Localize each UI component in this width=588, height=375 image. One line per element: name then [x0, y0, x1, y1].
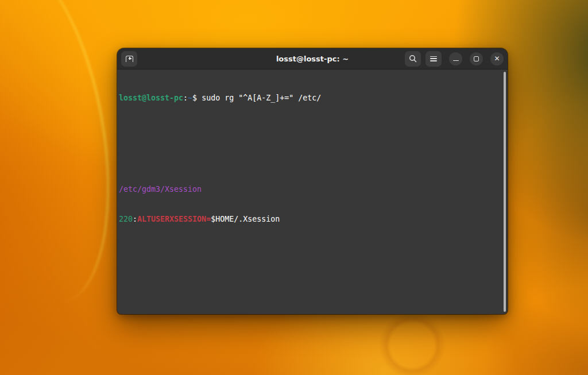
- terminal-scrollbar[interactable]: [504, 72, 506, 312]
- close-button[interactable]: ✕: [490, 52, 504, 65]
- terminal-window: losst@losst-pc: ~ ✕: [117, 48, 508, 314]
- terminal-content[interactable]: losst@losst-pc:~$ sudo rg "^A[A-Z_]+=" /…: [117, 69, 508, 314]
- prompt-line: losst@losst-pc:~$ sudo rg "^A[A-Z_]+=" /…: [119, 93, 500, 103]
- terminal-titlebar[interactable]: losst@losst-pc: ~ ✕: [117, 48, 508, 69]
- prompt-colon: :: [183, 94, 188, 102]
- hamburger-menu-icon: [430, 56, 437, 61]
- rg-result-block: /etc/gdm3/Xsession 220:ALTUSERXSESSION=$…: [119, 164, 500, 275]
- blank-line: [119, 245, 500, 255]
- new-tab-button[interactable]: [121, 51, 137, 67]
- line-number-separator: :: [133, 215, 137, 223]
- new-tab-icon: [126, 56, 133, 62]
- prompt-cwd: ~: [188, 94, 192, 102]
- flower-petal-edge-highlight: [0, 0, 127, 312]
- search-icon: [409, 55, 417, 63]
- rg-file-path-line: /etc/gdm3/Xsession: [119, 184, 500, 195]
- maximize-icon: [474, 56, 479, 61]
- close-icon: ✕: [494, 55, 500, 62]
- minimize-button[interactable]: [449, 52, 462, 65]
- rg-result-block: /etc/init.d/apache-htcacheclean 24:APACH…: [119, 306, 500, 314]
- desktop-wallpaper: losst@losst-pc: ~ ✕: [0, 0, 588, 375]
- menu-button[interactable]: [425, 51, 442, 67]
- prompt-user-host: losst@losst-pc: [119, 94, 183, 102]
- command-text: sudo rg "^A[A-Z_]+=" /etc/: [202, 94, 321, 102]
- line-number: 220: [119, 215, 133, 223]
- rg-results: /etc/gdm3/Xsession 220:ALTUSERXSESSION=$…: [119, 144, 500, 314]
- maximize-button[interactable]: [470, 52, 483, 65]
- search-button[interactable]: [405, 51, 421, 67]
- minimize-icon: [453, 60, 459, 61]
- rg-match-line: 220:ALTUSERXSESSION=$HOME/.Xsession: [119, 214, 500, 225]
- file-path: /etc/gdm3/Xsession: [119, 185, 202, 194]
- variable-value: $HOME/.Xsession: [211, 215, 280, 223]
- matched-variable: ALTUSERXSESSION=: [137, 215, 211, 223]
- prompt-dollar: $: [192, 94, 202, 102]
